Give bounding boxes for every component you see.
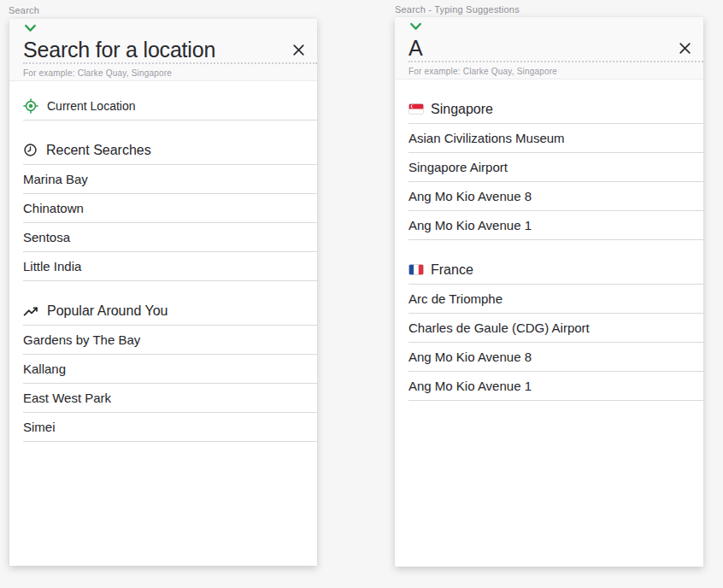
frame-label-search: Search (9, 5, 39, 15)
collapse-handle[interactable] (23, 24, 317, 37)
country-title: France (431, 262, 473, 278)
trending-up-icon (23, 304, 38, 318)
section-header-recent-searches: Recent Searches (23, 136, 317, 165)
suggestion-item[interactable]: Ang Mo Kio Avenue 1 (409, 211, 703, 240)
close-button[interactable] (677, 40, 692, 56)
section-title: Popular Around You (47, 303, 168, 319)
suggestions-panel-header: A For example: Clarke Quay, Singapore (395, 17, 703, 79)
section-header-france: France (409, 256, 703, 285)
suggestion-item[interactable]: Singapore Airport (409, 153, 703, 182)
chevron-down-icon (409, 22, 422, 32)
section-title: Recent Searches (46, 143, 151, 158)
singapore-flag-icon (409, 103, 424, 115)
recent-search-item[interactable]: Little India (23, 252, 317, 281)
frame-label-typing-suggestions: Search - Typing Suggestions (395, 4, 520, 15)
suggestion-item[interactable]: Arc de Triomphe (409, 285, 703, 314)
search-input[interactable]: A (409, 35, 703, 62)
search-hint: For example: Clarke Quay, Singapore (23, 68, 317, 78)
recent-search-item[interactable]: Chinatown (23, 194, 317, 223)
close-icon (679, 42, 691, 55)
popular-item[interactable]: East West Park (23, 384, 317, 413)
popular-item[interactable]: Kallang (23, 355, 317, 384)
suggestion-item[interactable]: Ang Mo Kio Avenue 8 (409, 182, 703, 211)
suggestion-item[interactable]: Charles de Gaule (CDG) Airport (409, 314, 703, 343)
current-location-label: Current Location (47, 99, 136, 113)
suggestion-item[interactable]: Ang Mo Kio Avenue 8 (409, 343, 703, 372)
suggestion-item[interactable]: Ang Mo Kio Avenue 1 (409, 372, 703, 401)
france-flag-icon (409, 264, 424, 275)
close-icon (292, 44, 305, 56)
search-panel-body: Current Location Recent Searches Marina … (9, 81, 317, 566)
search-placeholder: Search for a location (23, 38, 215, 62)
section-header-singapore: Singapore (409, 95, 703, 124)
current-location-icon (23, 98, 38, 114)
chevron-down-icon (24, 24, 37, 33)
popular-item[interactable]: Gardens by The Bay (23, 326, 317, 355)
search-panel: Search for a location For example: Clark… (9, 19, 317, 566)
close-button[interactable] (291, 42, 306, 57)
suggestions-panel-body: Singapore Asian Civilizations Museum Sin… (395, 79, 703, 567)
country-title: Singapore (431, 102, 493, 117)
clock-icon (23, 143, 38, 157)
recent-search-item[interactable]: Marina Bay (23, 165, 317, 194)
recent-search-item[interactable]: Sentosa (23, 223, 317, 252)
search-hint: For example: Clarke Quay, Singapore (409, 67, 703, 76)
current-location-button[interactable]: Current Location (23, 91, 317, 121)
search-input[interactable]: Search for a location (23, 37, 317, 64)
search-panel-header: Search for a location For example: Clark… (9, 19, 317, 81)
typing-suggestions-panel: A For example: Clarke Quay, Singapore (395, 17, 703, 567)
suggestion-item[interactable]: Asian Civilizations Museum (409, 124, 703, 153)
collapse-handle[interactable] (409, 22, 703, 35)
popular-item[interactable]: Simei (23, 413, 317, 442)
section-header-popular-around-you: Popular Around You (23, 297, 317, 326)
search-query-value: A (409, 36, 422, 61)
